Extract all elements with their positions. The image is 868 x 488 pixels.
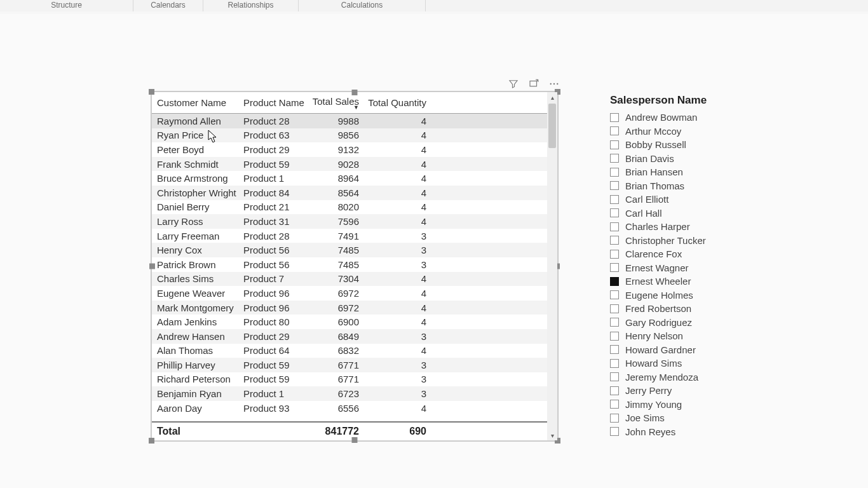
checkbox-icon[interactable] — [610, 345, 619, 354]
table-row[interactable]: Patrick BrownProduct 5674853 — [152, 257, 547, 272]
table-row[interactable]: Ryan PriceProduct 6398564 — [152, 128, 547, 143]
cell-product: Product 64 — [243, 345, 312, 356]
scroll-down-button[interactable]: ▾ — [547, 430, 557, 440]
checkbox-icon[interactable] — [610, 181, 619, 190]
column-header-product[interactable]: Product Name — [243, 97, 312, 108]
checkbox-icon[interactable] — [610, 263, 619, 272]
slicer-item-label: Carl Hall — [625, 208, 662, 219]
focus-mode-icon[interactable] — [528, 78, 539, 90]
table-row[interactable]: Aaron DayProduct 9365564 — [152, 401, 547, 416]
scroll-up-button[interactable]: ▴ — [547, 92, 557, 102]
cell-customer: Christopher Wright — [152, 187, 243, 198]
table-row[interactable]: Phillip HarveyProduct 5967713 — [152, 358, 547, 372]
table-vertical-scrollbar[interactable]: ▴ ▾ — [547, 92, 557, 440]
checkbox-icon[interactable] — [610, 318, 619, 327]
checkbox-icon[interactable] — [610, 359, 619, 368]
slicer-item[interactable]: Jeremy Mendoza — [610, 370, 737, 384]
checkbox-icon[interactable] — [610, 250, 619, 259]
report-canvas[interactable]: Customer Name Product Name Total Sales ▼… — [0, 14, 868, 488]
slicer-item[interactable]: Bobby Russell — [610, 138, 737, 152]
table-row[interactable]: Charles SimsProduct 773044 — [152, 272, 547, 287]
table-row[interactable]: Raymond AllenProduct 2899884 — [152, 114, 547, 128]
slicer-item[interactable]: Jerry Perry — [610, 384, 737, 398]
cell-customer: Ryan Price — [152, 130, 243, 140]
table-row[interactable]: Frank SchmidtProduct 5990284 — [152, 157, 547, 172]
slicer-item[interactable]: Brian Thomas — [610, 179, 737, 193]
cell-sales: 6723 — [312, 388, 363, 399]
column-header-total-quantity[interactable]: Total Quantity — [363, 97, 430, 108]
checkbox-icon[interactable] — [610, 168, 619, 177]
checkbox-icon[interactable] — [610, 140, 619, 149]
slicer-item-label: Charles Harper — [625, 221, 690, 232]
table-row[interactable]: Christopher WrightProduct 8485644 — [152, 186, 547, 200]
checkbox-icon[interactable] — [610, 208, 619, 217]
table-row[interactable]: Peter BoydProduct 2991324 — [152, 142, 547, 157]
slicer-item[interactable]: Henry Nelson — [610, 329, 737, 343]
cell-sales: 6771 — [312, 360, 363, 370]
checkbox-icon[interactable] — [610, 126, 619, 135]
column-header-total-sales[interactable]: Total Sales ▼ — [312, 96, 363, 109]
checkbox-icon[interactable] — [610, 154, 619, 163]
filter-icon[interactable] — [508, 78, 519, 90]
checkbox-icon[interactable] — [610, 277, 619, 286]
slicer-item[interactable]: Gary Rodriguez — [610, 316, 737, 330]
slicer-item[interactable]: Ernest Wagner — [610, 261, 737, 275]
svg-rect-0 — [530, 81, 537, 86]
table-row[interactable]: Henry CoxProduct 5674853 — [152, 243, 547, 257]
cell-sales: 6849 — [312, 331, 363, 342]
slicer-item[interactable]: Howard Gardner — [610, 343, 737, 357]
checkbox-icon[interactable] — [610, 427, 619, 436]
column-header-customer[interactable]: Customer Name — [152, 97, 243, 108]
slicer-item[interactable]: Jimmy Young — [610, 398, 737, 412]
table-row[interactable]: Adam JenkinsProduct 8069004 — [152, 315, 547, 329]
table-row[interactable]: Mark MontgomeryProduct 9669724 — [152, 301, 547, 315]
slicer-item[interactable]: John Reyes — [610, 425, 737, 439]
checkbox-icon[interactable] — [610, 414, 619, 423]
scroll-track[interactable] — [547, 102, 557, 430]
table-row[interactable]: Richard PetersonProduct 5967713 — [152, 372, 547, 387]
slicer-item[interactable]: Andrew Bowman — [610, 111, 737, 125]
slicer-item[interactable]: Clarence Fox — [610, 247, 737, 261]
slicer-item[interactable]: Fred Robertson — [610, 302, 737, 316]
checkbox-icon[interactable] — [610, 372, 619, 381]
slicer-item-label: Gary Rodriguez — [625, 317, 692, 328]
table-row[interactable]: Larry FreemanProduct 2874913 — [152, 229, 547, 243]
checkbox-icon[interactable] — [610, 386, 619, 395]
slicer-item[interactable]: Brian Hansen — [610, 165, 737, 179]
table-row[interactable]: Bruce ArmstrongProduct 189644 — [152, 171, 547, 186]
checkbox-icon[interactable] — [610, 113, 619, 122]
slicer-item[interactable]: Brian Davis — [610, 152, 737, 166]
slicer-item[interactable]: Ernest Wheeler — [610, 274, 737, 288]
table-row[interactable]: Larry RossProduct 3175964 — [152, 214, 547, 229]
slicer-item[interactable]: Joe Sims — [610, 411, 737, 425]
slicer-item[interactable]: Charles Harper — [610, 220, 737, 234]
checkbox-icon[interactable] — [610, 290, 619, 299]
table-row[interactable]: Daniel BerryProduct 2180204 — [152, 200, 547, 215]
slicer-item[interactable]: Christopher Tucker — [610, 234, 737, 248]
checkbox-icon[interactable] — [610, 400, 619, 409]
slicer-item[interactable]: Carl Elliott — [610, 193, 737, 207]
cell-customer: Charles Sims — [152, 273, 243, 284]
checkbox-icon[interactable] — [610, 195, 619, 204]
table-row[interactable]: Andrew HansenProduct 2968493 — [152, 329, 547, 344]
slicer-item[interactable]: Carl Hall — [610, 207, 737, 220]
scroll-thumb[interactable] — [548, 104, 556, 148]
salesperson-slicer[interactable]: Salesperson Name Andrew BowmanArthur Mcc… — [610, 94, 737, 438]
slicer-item[interactable]: Eugene Holmes — [610, 288, 737, 302]
slicer-item-label: Henry Nelson — [625, 330, 683, 341]
table-row[interactable]: Eugene WeaverProduct 9669724 — [152, 286, 547, 301]
checkbox-icon[interactable] — [610, 332, 619, 341]
more-options-icon[interactable] — [548, 78, 560, 90]
slicer-item[interactable]: Arthur Mccoy — [610, 125, 737, 139]
slicer-item[interactable]: Howard Sims — [610, 356, 737, 370]
checkbox-icon[interactable] — [610, 304, 619, 313]
cell-sales: 9988 — [312, 116, 363, 126]
checkbox-icon[interactable] — [610, 222, 619, 231]
total-label: Total — [152, 426, 243, 437]
checkbox-icon[interactable] — [610, 236, 619, 245]
table-body[interactable]: Raymond AllenProduct 2899884Ryan PricePr… — [152, 114, 547, 421]
table-row[interactable]: Benjamin RyanProduct 167233 — [152, 386, 547, 401]
table-visual[interactable]: Customer Name Product Name Total Sales ▼… — [151, 92, 558, 441]
ribbon-group-calendars: Calendars — [133, 0, 203, 11]
table-row[interactable]: Alan ThomasProduct 6468324 — [152, 344, 547, 358]
